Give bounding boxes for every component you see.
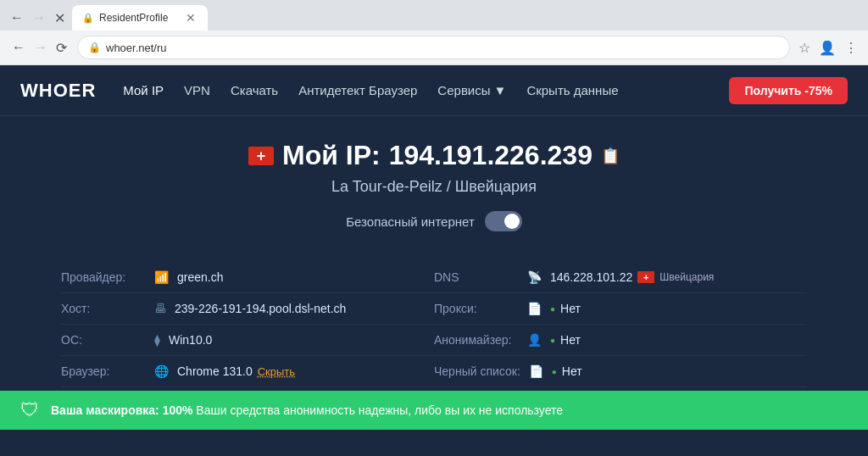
info-row-provider: Провайдер: 📶 green.ch — [61, 262, 434, 293]
dns-label: DNS — [434, 270, 519, 284]
dns-icon: 📡 — [527, 270, 542, 284]
os-label: ОС: — [61, 333, 146, 347]
reload-button-2[interactable]: ⟳ — [53, 38, 70, 58]
browser-icons: ☆ 👤 ⋮ — [797, 38, 860, 58]
swiss-flag-sm-icon: + — [637, 271, 654, 283]
chevron-down-icon: ▼ — [494, 83, 507, 97]
server-icon: 🖶 — [154, 302, 166, 315]
nav-link-download[interactable]: Скачать — [231, 83, 278, 97]
safe-internet-toggle[interactable] — [485, 211, 522, 231]
info-row-os: ОС: ⧫ Win10.0 — [61, 325, 434, 356]
hero-location: La Tour-de-Peilz / Швейцария — [17, 178, 851, 196]
proxy-label: Прокси: — [434, 302, 519, 315]
active-tab[interactable]: 🔒 ResidentProfile ✕ — [72, 5, 208, 31]
wifi-icon: 📶 — [154, 270, 169, 284]
back-button[interactable]: ← — [7, 8, 27, 27]
blacklist-status-dot: ● — [552, 367, 557, 376]
address-url: whoer.net/ru — [106, 42, 167, 54]
swiss-flag-icon — [248, 147, 274, 165]
nav-buttons: ← → ✕ — [7, 8, 69, 28]
blacklist-icon: 📄 — [529, 364, 543, 378]
footer-text: Ваша маскировка: 100% Ваши средства анон… — [51, 403, 563, 417]
menu-icon[interactable]: ⋮ — [843, 38, 860, 58]
cta-button[interactable]: Получить -75% — [729, 77, 848, 104]
footer-banner: 🛡 Ваша маскировка: 100% Ваши средства ан… — [0, 391, 868, 430]
forward-button-2[interactable]: → — [31, 38, 51, 57]
os-value: Win10.0 — [169, 333, 212, 347]
host-value: 239-226-191-194.pool.dsl-net.ch — [175, 302, 346, 315]
info-row-blacklist: Черный список: 📄 ● Нет — [434, 356, 807, 387]
browser-chrome: ← → ✕ 🔒 ResidentProfile ✕ ← → ⟳ 🔒 whoer.… — [0, 0, 868, 65]
anon-value: ● Нет — [550, 333, 581, 347]
footer-text-strong: Ваша маскировка: 100% — [51, 403, 192, 417]
copy-icon[interactable]: 📋 — [601, 147, 620, 165]
ip-prefix: Мой IP: — [282, 140, 381, 171]
info-left: Провайдер: 📶 green.ch Хост: 🖶 239-226-19… — [61, 262, 434, 387]
footer-text-rest: Ваши средства анонимность надежны, либо … — [192, 403, 563, 417]
site-logo: WHOER — [20, 80, 96, 102]
browser-label: Браузер: — [61, 364, 146, 378]
tab-close-button[interactable]: ✕ — [184, 11, 198, 25]
info-row-host: Хост: 🖶 239-226-191-194.pool.dsl-net.ch — [61, 293, 434, 325]
info-row-dns: DNS 📡 146.228.101.22 + Швейцария — [434, 262, 807, 293]
info-grid: Провайдер: 📶 green.ch Хост: 🖶 239-226-19… — [27, 262, 841, 387]
hero-ip: Мой IP: 194.191.226.239 📋 — [17, 140, 851, 171]
site-nav: WHOER Мой IP VPN Скачать Антидетект Брау… — [0, 65, 868, 116]
provider-value: green.ch — [177, 270, 223, 284]
safe-internet-label: Безопасный интернет — [346, 214, 475, 229]
info-right: DNS 📡 146.228.101.22 + Швейцария Прокси:… — [434, 262, 807, 387]
shield-icon: 🛡 — [20, 399, 39, 421]
provider-label: Провайдер: — [61, 270, 146, 284]
back-button-2[interactable]: ← — [8, 38, 29, 57]
browser-value: Chrome 131.0 Скрыть — [177, 364, 295, 378]
windows-icon: ⧫ — [154, 333, 160, 347]
forward-button[interactable]: → — [29, 8, 49, 27]
nav-link-hide-data[interactable]: Скрыть данные — [526, 83, 618, 97]
tab-bar: ← → ✕ 🔒 ResidentProfile ✕ — [0, 0, 868, 31]
nav-link-vpn[interactable]: VPN — [184, 83, 210, 97]
nav-links: Мой IP VPN Скачать Антидетект Браузер Се… — [123, 83, 729, 97]
blacklist-value: ● Нет — [552, 364, 582, 378]
info-row-browser: Браузер: 🌐 Chrome 131.0 Скрыть — [61, 356, 434, 387]
hero-section: Мой IP: 194.191.226.239 📋 La Tour-de-Pei… — [0, 116, 868, 262]
address-bar-row: ← → ⟳ 🔒 whoer.net/ru ☆ 👤 ⋮ — [0, 31, 868, 64]
info-row-anon: Анонимайзер: 👤 ● Нет — [434, 325, 807, 356]
dns-value: 146.228.101.22 + Швейцария — [550, 270, 714, 284]
proxy-status-dot: ● — [550, 304, 555, 314]
reload-button[interactable]: ✕ — [51, 8, 69, 28]
tab-title: ResidentProfile — [99, 12, 179, 24]
nav-link-my-ip[interactable]: Мой IP — [123, 83, 164, 97]
host-label: Хост: — [61, 302, 146, 315]
anon-label: Анонимайзер: — [434, 333, 519, 347]
proxy-value: ● Нет — [550, 302, 581, 315]
anon-icon: 👤 — [527, 333, 542, 347]
ip-address: 194.191.226.239 — [389, 140, 593, 171]
profile-icon[interactable]: 👤 — [817, 38, 837, 58]
nav-link-antidetect[interactable]: Антидетект Браузер — [298, 83, 417, 97]
globe-icon: 🌐 — [154, 364, 169, 378]
hide-browser-link[interactable]: Скрыть — [258, 365, 295, 378]
proxy-icon: 📄 — [527, 302, 542, 315]
nav-link-services[interactable]: Сервисы ▼ — [437, 83, 506, 97]
info-row-proxy: Прокси: 📄 ● Нет — [434, 293, 807, 325]
lock-icon: 🔒 — [88, 42, 101, 53]
site-wrapper: WHOER Мой IP VPN Скачать Антидетект Брау… — [0, 65, 868, 456]
dns-country: Швейцария — [659, 271, 714, 283]
anon-status-dot: ● — [550, 336, 555, 345]
address-bar[interactable]: 🔒 whoer.net/ru — [77, 36, 790, 59]
safe-internet-row: Безопасный интернет — [17, 211, 851, 231]
tab-favicon: 🔒 — [82, 13, 94, 24]
blacklist-label: Черный список: — [434, 364, 520, 378]
nav-buttons-2: ← → ⟳ — [8, 38, 70, 58]
star-icon[interactable]: ☆ — [797, 38, 812, 58]
